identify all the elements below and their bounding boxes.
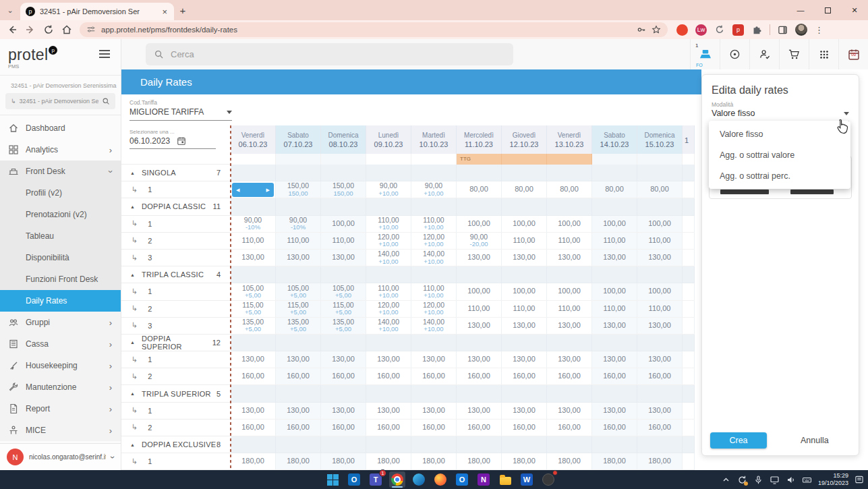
rate-cell[interactable]: 100,00: [637, 216, 683, 233]
column-header-marted[interactable]: Martedì10.10.23: [411, 125, 457, 154]
room-type-group-header[interactable]: ▲DOPPIA EXCLUSIVE8: [121, 436, 231, 453]
sidebar-item-prenotazioni-v2[interactable]: Prenotazioni (v2): [0, 204, 121, 225]
rate-cell[interactable]: 110,00: [637, 301, 683, 318]
rate-cell[interactable]: [683, 233, 695, 250]
rate-row-header[interactable]: ↳1: [121, 283, 231, 300]
rate-cell[interactable]: 180,00: [502, 453, 547, 470]
taskbar-word-icon[interactable]: W: [519, 471, 535, 488]
column-header-venerd[interactable]: Venerdì06.10.23: [231, 125, 276, 154]
rate-cell[interactable]: 110,00: [502, 301, 547, 318]
collapse-triangle-icon[interactable]: ▲: [130, 204, 135, 209]
rate-cell[interactable]: 130,00: [457, 403, 502, 420]
site-settings-icon[interactable]: [86, 25, 96, 34]
rate-cell[interactable]: 110,00: [592, 233, 637, 250]
rate-cell[interactable]: 160,00: [502, 420, 547, 436]
rate-cell[interactable]: 110,00: [276, 233, 321, 250]
window-maximize-button[interactable]: [814, 0, 841, 20]
collapse-triangle-icon[interactable]: ▲: [130, 442, 135, 447]
sidebar-item-housekeeping[interactable]: Housekeeping›: [0, 355, 121, 376]
url-text[interactable]: app.protel.net/pms/frontdesk/daily-rates: [101, 26, 631, 34]
rate-cell[interactable]: 140,00+10,00: [411, 250, 457, 266]
sidebar-item-profili-v2[interactable]: Profili (v2): [0, 182, 121, 204]
extension-recycle-icon[interactable]: [714, 24, 725, 35]
sidebar-item-funzioni-front-desk[interactable]: Funzioni Front Desk: [0, 268, 121, 290]
column-header-sabato[interactable]: Sabato07.10.23: [276, 125, 321, 154]
arrow-right-icon[interactable]: ▶: [266, 188, 270, 193]
rate-cell[interactable]: 135,00+5,00: [231, 318, 276, 335]
rate-cell[interactable]: [683, 318, 695, 335]
rate-cell[interactable]: 110,00: [592, 301, 637, 318]
rate-cell[interactable]: 90,00+10,00: [411, 181, 457, 198]
rate-cell[interactable]: 160,00: [276, 420, 321, 436]
rate-row-header[interactable]: ↳1: [121, 181, 231, 198]
global-search-input[interactable]: Cerca: [146, 43, 513, 65]
rate-row-header[interactable]: ↳3: [121, 318, 231, 335]
rate-row-header[interactable]: ↳2: [121, 301, 231, 318]
chevron-down-icon[interactable]: ›: [108, 456, 117, 459]
rate-cell[interactable]: [683, 283, 695, 300]
rate-cell[interactable]: 160,00: [592, 420, 637, 436]
hamburger-menu-icon[interactable]: [99, 50, 110, 60]
rate-cell[interactable]: 130,00: [637, 351, 683, 368]
tab-search-chevron-icon[interactable]: ⌄: [0, 0, 20, 20]
rate-cell[interactable]: 110,00: [457, 301, 502, 318]
cash-register-button[interactable]: 1 FO: [690, 39, 720, 69]
taskbar-chrome-icon[interactable]: [389, 471, 405, 488]
rate-cell[interactable]: 130,00: [411, 403, 457, 420]
rate-cell[interactable]: 80,00: [637, 181, 683, 198]
rate-cell[interactable]: 80,00: [547, 181, 592, 198]
sidebar-item-mice[interactable]: MICE›: [0, 420, 121, 441]
rate-cell[interactable]: 130,00: [592, 403, 637, 420]
rate-cell[interactable]: 140,00+10,00: [366, 250, 411, 266]
rate-cell[interactable]: 130,00: [411, 351, 457, 368]
rate-cell[interactable]: 120,00+10,00: [366, 233, 411, 250]
rate-cell[interactable]: 130,00: [637, 403, 683, 420]
column-header-1[interactable]: 1: [683, 125, 695, 154]
sidebar-item-front-desk[interactable]: Front Desk›: [0, 161, 121, 182]
calendar-icon[interactable]: [177, 136, 186, 146]
rate-cell[interactable]: 100,00: [457, 283, 502, 300]
rate-cell[interactable]: 130,00: [231, 250, 276, 266]
rate-cell[interactable]: 180,00: [411, 453, 457, 470]
rate-cell[interactable]: 115,00+5,00: [231, 301, 276, 318]
rate-cell[interactable]: 115,00+5,00: [276, 301, 321, 318]
rate-cell[interactable]: 130,00: [502, 351, 547, 368]
rate-cell[interactable]: 160,00: [637, 420, 683, 436]
rate-cell[interactable]: 130,00: [502, 318, 547, 335]
rate-cell[interactable]: 160,00: [411, 368, 457, 385]
rate-cell[interactable]: 120,00+10,00: [366, 301, 411, 318]
taskbar-start-icon[interactable]: [324, 471, 341, 488]
calendar-button[interactable]: 06: [838, 39, 868, 69]
rate-cell[interactable]: 130,00: [592, 250, 637, 266]
mode-select[interactable]: Valore fisso: [712, 109, 849, 122]
rate-cell[interactable]: 110,00: [231, 233, 276, 250]
rate-cell[interactable]: 180,00: [231, 453, 276, 470]
rate-cell[interactable]: 110,00: [547, 301, 592, 318]
rate-cell[interactable]: 130,00: [231, 403, 276, 420]
rate-cell[interactable]: 180,00: [547, 453, 592, 470]
rate-cell[interactable]: 110,00: [502, 233, 547, 250]
rate-cell[interactable]: 130,00: [321, 403, 366, 420]
dropdown-option-agg-o-sottrai-valore[interactable]: Agg. o sottrai valore: [709, 144, 850, 165]
reload-button[interactable]: [43, 24, 54, 35]
rate-cell[interactable]: 180,00: [366, 453, 411, 470]
rate-row-header[interactable]: ↳1: [121, 403, 231, 420]
taskbar-firefox-icon[interactable]: [432, 471, 449, 488]
rate-cell[interactable]: 140,00+10,00: [366, 318, 411, 335]
room-type-group-header[interactable]: ▲DOPPIA CLASSIC11: [121, 198, 231, 215]
collapse-triangle-icon[interactable]: ▲: [130, 171, 135, 175]
rate-cell[interactable]: 100,00: [592, 216, 637, 233]
extension-protel-icon[interactable]: p: [732, 24, 744, 36]
address-bar[interactable]: app.protel.net/pms/frontdesk/daily-rates: [80, 22, 668, 37]
rate-cell[interactable]: 105,00+5,00: [321, 283, 366, 300]
window-close-button[interactable]: ✕: [841, 0, 868, 20]
column-header-gioved[interactable]: Giovedì12.10.23: [502, 125, 547, 154]
sidebar-item-manutenzione[interactable]: Manutenzione›: [0, 376, 121, 398]
extension-red-icon[interactable]: [676, 24, 688, 36]
forward-button[interactable]: [25, 24, 36, 35]
rate-cell[interactable]: 80,00: [592, 181, 637, 198]
rate-cell[interactable]: 100,00: [547, 216, 592, 233]
action-center-icon[interactable]: [855, 475, 865, 485]
rate-cell[interactable]: 160,00: [321, 368, 366, 385]
taskbar-edge-icon[interactable]: [411, 471, 427, 488]
